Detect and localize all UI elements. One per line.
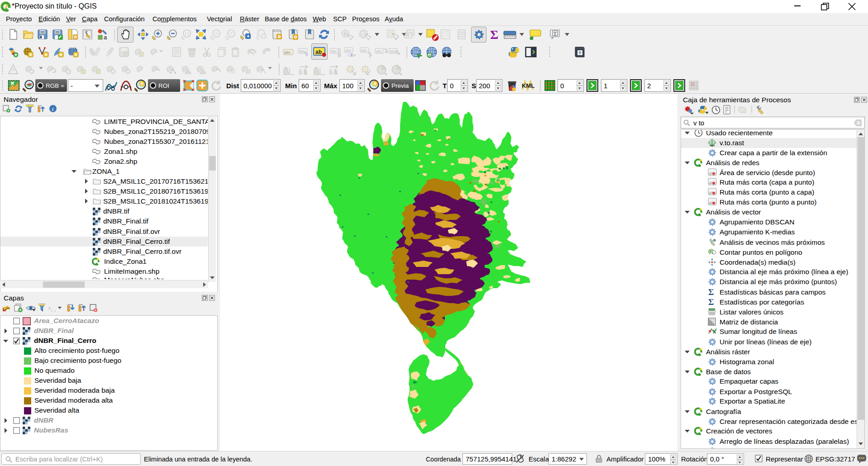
svg-text:KML: KML [522,82,534,89]
svg-text:?: ? [579,51,582,55]
svg-text:T: T [553,31,557,36]
svg-text:a: a [104,34,107,40]
svg-text:abc: abc [331,49,337,53]
svg-text:ε: ε [48,304,51,311]
svg-text:Q: Q [429,54,431,58]
svg-text:abc: abc [376,49,382,53]
svg-text:abc: abc [390,49,396,53]
svg-text:abc: abc [361,48,367,52]
svg-text:ab: ab [315,49,322,55]
svg-text:abc: abc [284,50,291,55]
svg-text:abc: abc [345,48,351,52]
svg-text:1:1: 1:1 [185,32,189,35]
svg-text:abc: abc [299,49,305,53]
